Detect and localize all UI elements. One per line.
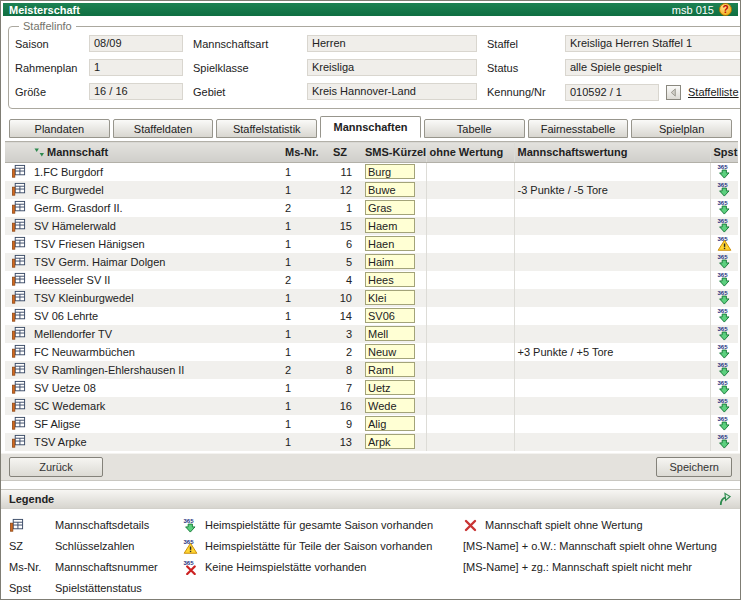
tab-spielplan[interactable]: Spielplan: [631, 119, 732, 138]
sms-kuerzel-cell: [362, 361, 426, 379]
team-details-cell: [5, 433, 31, 451]
tab-staffelstatistik[interactable]: Staffelstatistik: [216, 119, 317, 138]
sms-kuerzel-input[interactable]: [365, 182, 415, 197]
team-details-icon[interactable]: [11, 236, 26, 251]
venue-full-season-icon: 365: [717, 308, 732, 323]
tab-mannschaften[interactable]: Mannschaften: [320, 116, 421, 138]
team-details-icon[interactable]: [11, 218, 26, 233]
spielstaettenstatus-cell: 365: [710, 199, 738, 217]
save-button[interactable]: Speichern: [656, 457, 732, 477]
sms-kuerzel-input[interactable]: [365, 272, 415, 287]
sms-kuerzel-input[interactable]: [365, 416, 415, 431]
team-details-icon[interactable]: [11, 416, 26, 431]
sort-icon[interactable]: [34, 148, 47, 157]
legend-item: Ms-Nr.Mannschaftsnummer: [9, 559, 177, 576]
sms-kuerzel-input[interactable]: [365, 254, 415, 269]
team-details-icon[interactable]: [11, 254, 26, 269]
tab-staffeldaten[interactable]: Staffeldaten: [113, 119, 214, 138]
team-row: TSV Friesen Hänigsen16365: [5, 235, 738, 253]
sms-kuerzel-input[interactable]: [365, 236, 415, 251]
team-details-icon[interactable]: [11, 164, 26, 179]
staffel-label: Staffel: [487, 35, 555, 53]
venue-full-season-icon: 365: [717, 326, 732, 341]
staffelliste-link[interactable]: Staffelliste: [688, 86, 739, 98]
sms-kuerzel-cell: [362, 307, 426, 325]
sms-kuerzel-input[interactable]: [365, 308, 415, 323]
legend-item: SpstSpielstättenstatus: [9, 580, 177, 597]
team-details-cell: [5, 343, 31, 361]
team-details-icon[interactable]: [11, 200, 26, 215]
team-name: Heesseler SV II: [31, 271, 282, 289]
venue-full-season-icon: 365: [717, 272, 732, 287]
team-number: 2: [282, 361, 330, 379]
sms-kuerzel-cell: [362, 235, 426, 253]
sms-kuerzel-input[interactable]: [365, 344, 415, 359]
team-number: 1: [282, 181, 330, 199]
mannschaftswertung-cell: [514, 433, 710, 451]
sms-kuerzel-input[interactable]: [365, 290, 415, 305]
staffel-prev-icon[interactable]: [666, 85, 681, 100]
team-row: Germ. Grasdorf II.21365: [5, 199, 738, 217]
sms-kuerzel-input[interactable]: [365, 326, 415, 341]
legend-label: [MS-Name] + o.W.: Mannschaft spielt ohne…: [463, 540, 717, 552]
legend-label: Mannschaft spielt ohne Wertung: [485, 519, 643, 531]
tab-tabelle[interactable]: Tabelle: [424, 119, 525, 138]
teams-table-body: 1.FC Burgdorf111365FC Burgwedel112-3 Pun…: [5, 163, 738, 451]
team-details-icon[interactable]: [11, 326, 26, 341]
team-details-cell: [5, 271, 31, 289]
legend-abbr: Spst: [9, 582, 55, 594]
sms-kuerzel-input[interactable]: [365, 380, 415, 395]
mannschaftsart-label: Mannschaftsart: [193, 35, 297, 53]
team-details-cell: [5, 361, 31, 379]
team-details-icon[interactable]: [11, 182, 26, 197]
sms-kuerzel-cell: [362, 181, 426, 199]
team-name: TSV Kleinburgwedel: [31, 289, 282, 307]
tab-plandaten[interactable]: Plandaten: [9, 119, 110, 138]
mannschaftswertung-cell: [514, 325, 710, 343]
ohne-wertung-cell: [426, 361, 514, 379]
team-details-icon[interactable]: [11, 398, 26, 413]
team-name: SV Uetze 08: [31, 379, 282, 397]
jump-to-top-icon[interactable]: [717, 491, 732, 507]
ohne-wertung-cell: [426, 217, 514, 235]
team-details-icon[interactable]: [11, 362, 26, 377]
status-value: alle Spiele gespielt: [565, 59, 741, 76]
schluesselzahl: 8: [330, 361, 362, 379]
team-details-cell: [5, 235, 31, 253]
sms-kuerzel-input[interactable]: [365, 218, 415, 233]
svg-text:365: 365: [717, 236, 728, 242]
team-details-icon[interactable]: [11, 434, 26, 449]
kennung-value: 010592 / 1: [565, 84, 659, 101]
sms-kuerzel-input[interactable]: [365, 398, 415, 413]
ohne-wertung-cell: [426, 163, 514, 181]
team-details-icon[interactable]: [11, 344, 26, 359]
wertung-column-header: Mannschaftswertung: [514, 142, 710, 163]
tab-fairnesstabelle[interactable]: Fairnesstabelle: [528, 119, 629, 138]
sms-kuerzel-input[interactable]: [365, 434, 415, 449]
sms-kuerzel-input[interactable]: [365, 362, 415, 377]
team-details-icon[interactable]: [11, 380, 26, 395]
schluesselzahl: 6: [330, 235, 362, 253]
team-number: 2: [282, 199, 330, 217]
mannschaftswertung-cell: [514, 289, 710, 307]
legend-item: Mannschaftsdetails: [9, 517, 177, 534]
svg-text:365: 365: [717, 380, 728, 386]
spielstaettenstatus-cell: 365: [710, 253, 738, 271]
team-row: 1.FC Burgdorf111365: [5, 163, 738, 181]
svg-text:365: 365: [717, 398, 728, 404]
sms-kuerzel-input[interactable]: [365, 200, 415, 215]
back-button[interactable]: Zurück: [9, 457, 103, 477]
team-name: SV Ramlingen-Ehlershausen II: [31, 361, 282, 379]
team-details-cell: [5, 163, 31, 181]
help-icon[interactable]: ?: [719, 3, 732, 16]
team-details-icon[interactable]: [11, 272, 26, 287]
team-details-icon[interactable]: [11, 290, 26, 305]
team-details-icon[interactable]: [11, 308, 26, 323]
svg-text:365: 365: [717, 416, 728, 422]
team-row: SV Hämelerwald115365: [5, 217, 738, 235]
sms-kuerzel-input[interactable]: [365, 164, 415, 179]
icon-column-header: [5, 142, 31, 163]
sms-kuerzel-cell: [362, 289, 426, 307]
team-details-cell: [5, 415, 31, 433]
tab-bar: PlandatenStaffeldatenStaffelstatistikMan…: [9, 116, 732, 138]
